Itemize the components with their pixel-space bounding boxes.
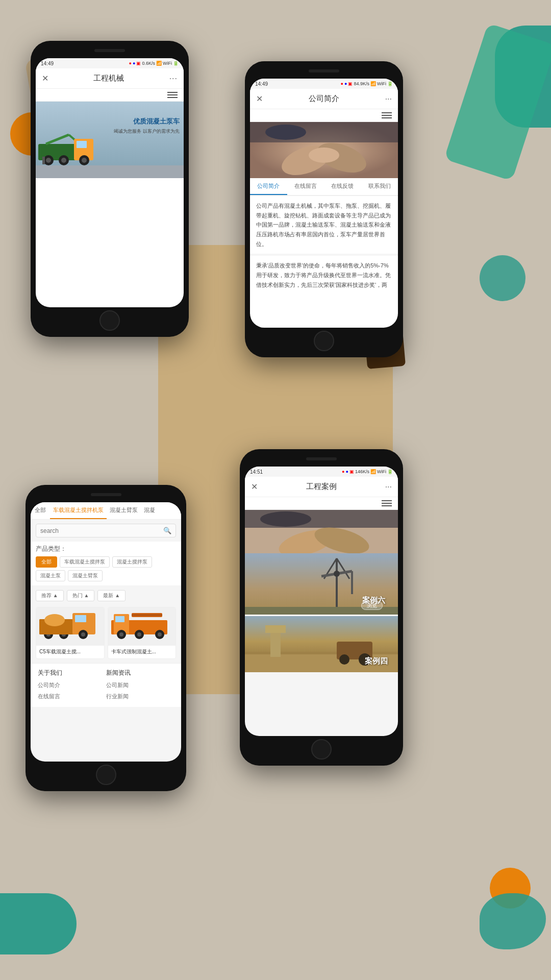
phone2-more-icon[interactable]: ···	[385, 94, 392, 104]
phone4-case2-label: 案例四	[365, 656, 388, 666]
phone3-filter-all[interactable]: 全部	[36, 556, 57, 568]
phone3-filter-section: 产品类型： 全部 车载混凝土搅拌泵 混凝土搅拌泵 混凝土泵 混凝土臂泵	[31, 542, 181, 585]
phone2-wifi: WiFi	[377, 81, 386, 86]
phone4-case1-browse-btn[interactable]: 浏览	[361, 601, 383, 610]
phone3-search-icon[interactable]: 🔍	[163, 527, 171, 534]
phone4-network: 146K/s	[355, 469, 369, 474]
svg-point-33	[119, 632, 123, 636]
phone3-footer-link2[interactable]: 在线留言	[38, 691, 106, 702]
phone3-filter-label: 产品类型：	[36, 545, 176, 553]
svg-rect-11	[42, 157, 45, 164]
deco-teal-bottom-left	[0, 893, 77, 954]
phone2-tab-feedback[interactable]: 在线反馈	[324, 178, 361, 195]
phone3-cat-1[interactable]: 车载混凝土搅拌机泵	[50, 502, 107, 519]
svg-point-26	[81, 632, 85, 636]
phone1-notif1: ●	[129, 61, 132, 66]
phone3-footer-link1[interactable]: 公司简介	[38, 679, 106, 691]
phone4-home	[311, 739, 332, 760]
phone3-cat-3[interactable]: 混凝	[141, 502, 158, 519]
svg-point-17	[265, 125, 306, 140]
phone3-search-input[interactable]	[40, 527, 163, 534]
phone3-product1-image	[36, 607, 104, 646]
phone1-network: 0.6K/s	[142, 61, 155, 66]
phone2-title: 公司简介	[309, 94, 339, 104]
phone2-hamburger-icon[interactable]	[382, 112, 392, 118]
phone4-hands-icon	[245, 510, 398, 553]
phone3-truck2-icon	[111, 609, 172, 645]
phone4-screen: 14:51 ● ● ▣ 146K/s 📶 WiFi 🔋 ✕ 工程案例 ···	[245, 467, 398, 736]
phone2-tab-contact[interactable]: 联系我们	[361, 178, 398, 195]
phone2-toolbar: ✕ 公司简介 ···	[250, 89, 398, 109]
phone2-status-bar: 14:49 ● ● ▣ 84.9K/s 📶 WiFi 🔋	[250, 79, 398, 89]
phone1-status-bar: 14:49 ● ● ▣ 0.6K/s 📶 WiFi 🔋	[36, 58, 184, 68]
phone1-home	[99, 310, 120, 331]
phone3-footer: 关于我们 公司简介 在线留言 新闻资讯 公司新闻 行业新闻	[31, 663, 181, 707]
phone4-battery: 🔋	[387, 469, 393, 474]
phone3-sort-hot[interactable]: 热门 ▲	[67, 590, 95, 601]
phone1-battery: 🔋	[173, 61, 179, 66]
phone1: 14:49 ● ● ▣ 0.6K/s 📶 WiFi 🔋 ✕ 工程机械 ···	[31, 41, 189, 337]
phone3-filter-2[interactable]: 混凝土搅拌泵	[112, 556, 152, 568]
phone2-tabs: 公司简介 在线留言 在线反馈 联系我们	[250, 178, 398, 196]
phone4-more-icon[interactable]: ···	[385, 482, 392, 492]
phone3-sort-new[interactable]: 最新 ▲	[97, 590, 126, 601]
phone3-sort-buttons: 推荐 ▲ 热门 ▲ 最新 ▲	[31, 587, 181, 604]
phone3-footer-col1: 关于我们 公司简介 在线留言	[38, 669, 106, 702]
phone4: 14:51 ● ● ▣ 146K/s 📶 WiFi 🔋 ✕ 工程案例 ···	[240, 449, 403, 766]
phone3-footer-link4[interactable]: 行业新闻	[106, 691, 174, 702]
phone1-signal: 📶	[156, 61, 162, 66]
phone1-notif3: ▣	[136, 61, 141, 66]
phone2-speaker	[309, 69, 339, 72]
phone4-case1-browse[interactable]: 浏览	[361, 600, 383, 609]
svg-point-8	[61, 158, 66, 163]
phone4-menu-bar	[245, 497, 398, 510]
phone2-network: 84.9K/s	[354, 81, 369, 86]
phone3-sort-recommend[interactable]: 推荐 ▲	[36, 590, 64, 601]
phone1-toolbar: ✕ 工程机械 ···	[36, 68, 184, 89]
svg-point-10	[82, 158, 87, 163]
phone4-case2[interactable]: 案例四	[245, 616, 398, 672]
phone1-speaker	[94, 49, 125, 52]
phone2-signal: 📶	[370, 81, 376, 86]
phone3-cat-all[interactable]: 全部	[31, 502, 50, 519]
phone2-content2: 秉承'品质改变世界'的使命，每年将销售收入的5%-7%用于研发，致力于将产品升级…	[250, 256, 398, 295]
phone1-truck-icon	[38, 134, 94, 167]
phone4-hamburger-icon[interactable]	[382, 500, 392, 506]
phone1-hero-subtitle: 竭诚为您服务 以客户的需求为先	[114, 128, 180, 135]
phone1-title: 工程机械	[93, 74, 124, 83]
phone3-filter-3[interactable]: 混凝土泵	[36, 570, 65, 581]
phone2-content1: 公司产品有混凝土机械，其中泵车、拖泵、挖掘机、履带起重机、旋挖钻机、路面成套设备…	[250, 196, 398, 256]
phone2-tab-message[interactable]: 在线留言	[287, 178, 324, 195]
phone2-tab-company[interactable]: 公司简介	[250, 178, 287, 195]
phone3-speaker	[91, 493, 121, 496]
phone3-filter-1[interactable]: 车载混凝土搅拌泵	[60, 556, 110, 568]
phone3-truck1-icon	[39, 609, 101, 645]
svg-point-15	[309, 148, 339, 163]
phone4-signal: 📶	[370, 469, 376, 474]
phone4-time: 14:51	[250, 469, 263, 475]
phone3-cat-tabs: 全部 车载混凝土搅拌机泵 混凝土臂泵 混凝	[31, 502, 181, 520]
phone2-home	[314, 331, 334, 351]
phone4-wifi: WiFi	[377, 469, 386, 474]
phone3-product-1[interactable]: C5车载混凝土搅...	[36, 607, 105, 659]
phone3-footer-link3[interactable]: 公司新闻	[106, 679, 174, 691]
phone1-close-icon[interactable]: ✕	[42, 74, 48, 83]
phone2-close-icon[interactable]: ✕	[256, 94, 263, 104]
phone2-company-image	[250, 122, 398, 178]
svg-line-1	[46, 135, 69, 144]
phone1-more-icon[interactable]: ···	[169, 74, 178, 83]
phone3-screen: 全部 车载混凝土搅拌机泵 混凝土臂泵 混凝 🔍 产品类型： 全部 车载混凝土搅拌…	[31, 502, 181, 762]
phone3-product2-name: 卡车式强制混凝土...	[108, 646, 176, 658]
phone3-product-2[interactable]: 卡车式强制混凝土...	[108, 607, 177, 659]
phone1-hamburger-icon[interactable]	[167, 92, 178, 98]
phone4-close-icon[interactable]: ✕	[251, 482, 258, 492]
phone4-case1[interactable]: 案例六 浏览	[245, 553, 398, 615]
phone2-hands-icon	[250, 122, 398, 178]
svg-point-35	[137, 632, 141, 636]
phone3-filter-4[interactable]: 混凝土臂泵	[68, 570, 103, 581]
svg-point-6	[46, 158, 51, 163]
phone3-home	[96, 765, 116, 785]
phone2-time: 14:49	[255, 81, 268, 87]
phone3-cat-2[interactable]: 混凝土臂泵	[107, 502, 141, 519]
phone3-filter-tags: 全部 车载混凝土搅拌泵 混凝土搅拌泵 混凝土泵 混凝土臂泵	[36, 556, 176, 581]
